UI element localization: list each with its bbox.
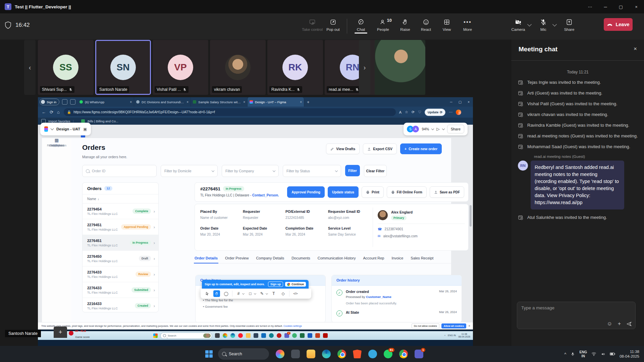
order-row[interactable]: 2279451 TL Flex Holdings LLC Approval Pe…	[83, 219, 158, 235]
participant-tile[interactable]: RN read.ai mee...	[325, 40, 380, 95]
view-button[interactable]: View	[436, 16, 457, 32]
shared-taskbar-app-icon[interactable]	[246, 333, 251, 338]
attach-plus-icon[interactable]: +	[618, 321, 621, 327]
contact-email[interactable]: alex@vstatefilings.com	[383, 234, 417, 238]
browser-close-icon[interactable]: ×	[468, 100, 470, 104]
taskbar-app-icon[interactable]	[368, 350, 377, 358]
settings-dots-icon[interactable]: ⋯	[449, 110, 452, 114]
browser-update-button[interactable]: Update ⟳	[425, 109, 445, 116]
shape-chevron-icon[interactable]	[254, 292, 256, 294]
pen-tool-icon[interactable]: ✎	[259, 290, 265, 297]
sidebar-item[interactable]: ↻ Refresh Token	[42, 138, 71, 147]
zoom-chevron-icon[interactable]	[431, 127, 434, 130]
workspaces-icon[interactable]	[62, 99, 67, 105]
shared-tray-chevron-icon[interactable]: ^	[444, 335, 445, 337]
filter-company-dropdown[interactable]: Filter by Company	[222, 165, 279, 177]
annotation-plus-icon[interactable]: +	[54, 326, 67, 338]
order-row[interactable]: 2216433 TL Flex Holdings LLC Created ›	[83, 298, 158, 312]
filter-apply-button[interactable]: Filter	[345, 165, 360, 176]
browser-tab[interactable]: (6) WhatsApp ×	[77, 97, 134, 107]
figma-file-name[interactable]: Design - UAT	[56, 127, 80, 131]
detail-tab[interactable]: Company Details	[256, 256, 284, 260]
close-cookie-icon[interactable]: ×	[468, 324, 470, 328]
people-button[interactable]: 10 People	[371, 16, 395, 32]
language-indicator[interactable]: ENGIN	[579, 350, 587, 358]
camera-options-chevron-icon[interactable]	[527, 22, 532, 26]
shared-taskbar-app-icon[interactable]	[308, 333, 312, 338]
shared-taskbar-app-icon[interactable]	[315, 333, 320, 338]
fill-online-form-button[interactable]: Fill Online Form	[387, 186, 427, 198]
detail-tab[interactable]: Documents	[291, 256, 310, 260]
taskbar-app-icon[interactable]	[322, 350, 331, 358]
participant-tile[interactable]: VP Vishal Patil ...	[153, 40, 208, 95]
shared-taskbar-app-icon[interactable]	[300, 333, 305, 338]
collections-icon[interactable]: ♡	[418, 110, 421, 114]
sort-arrow-icon[interactable]: ↓	[98, 197, 99, 201]
close-chat-icon[interactable]: ×	[634, 46, 637, 52]
contact-person-link[interactable]: Contact_Person.	[252, 193, 279, 197]
wifi-icon[interactable]	[591, 352, 596, 356]
close-button[interactable]: ×	[629, 0, 644, 13]
taskbar-app-icon[interactable]	[399, 350, 408, 358]
favorite-star-icon[interactable]: ☆	[405, 110, 408, 114]
share-button[interactable]: Share	[559, 16, 579, 32]
figma-signup-button[interactable]: Sign up	[268, 282, 283, 287]
deny-cookies-button[interactable]: Do not allow cookies	[412, 323, 439, 328]
shape-tool-icon[interactable]: ◯	[223, 290, 229, 297]
taskbar-app-icon[interactable]	[353, 350, 362, 358]
figma-share-button[interactable]: Share	[447, 125, 464, 133]
react-button[interactable]: React	[416, 16, 436, 32]
shared-taskbar-app-icon[interactable]	[261, 333, 266, 338]
mic-options-chevron-icon[interactable]	[552, 22, 557, 26]
browser-minimize-icon[interactable]: ─	[450, 100, 452, 104]
emoji-icon[interactable]: ☺	[607, 321, 612, 327]
shared-taskbar-app-icon[interactable]	[292, 333, 297, 338]
order-row[interactable]: 2276451 TL Flex Holdings LLC In Progress…	[83, 235, 158, 251]
shared-taskbar-app-icon[interactable]	[323, 333, 328, 338]
save-as-pdf-button[interactable]: Save as PDF	[430, 186, 464, 198]
hidden-icons-chevron-icon[interactable]: ^	[564, 352, 566, 357]
zoom-level[interactable]: 94%	[422, 127, 429, 131]
mic-button[interactable]: Mic	[534, 16, 553, 32]
detail-tab[interactable]: Account Rep	[363, 256, 384, 260]
allow-cookies-button[interactable]: Allow all cookies	[441, 323, 466, 328]
shared-taskbar-app-icon[interactable]	[269, 333, 274, 338]
battery-icon[interactable]	[610, 352, 615, 356]
order-row[interactable]: 2279454 TL Flex Holdings LLC Complete ›	[83, 203, 158, 219]
component-tool-icon[interactable]: ◇	[280, 290, 286, 297]
cookies-settings-link[interactable]: Cookies settings	[283, 324, 302, 327]
order-row[interactable]: 2276433 TL Flex Holdings LLC Review ›	[83, 266, 158, 282]
shared-taskbar-app-icon[interactable]	[238, 333, 243, 338]
update-status-button[interactable]: Update status	[328, 186, 359, 198]
participant-tile[interactable]: SS Shivani Sup...	[38, 40, 94, 95]
read-aloud-icon[interactable]: A	[399, 110, 401, 114]
create-new-order-button[interactable]: + Create new order	[400, 143, 442, 154]
taskbar-app-icon[interactable]: 1	[415, 350, 423, 358]
filter-clear-button[interactable]: Clear Filter	[364, 165, 387, 177]
figma-menu-chevron-icon[interactable]	[51, 127, 54, 130]
participant-tile[interactable]: RK Ravindra K...	[267, 40, 323, 95]
canvas-scrollbar[interactable]	[470, 205, 472, 227]
shared-taskbar-app-icon[interactable]	[277, 333, 281, 338]
customer-name-link[interactable]: Customer_Name	[366, 295, 391, 299]
raise-hand-button[interactable]: Raise	[395, 16, 416, 32]
new-tab-button[interactable]: +	[307, 100, 310, 105]
start-button[interactable]	[205, 350, 213, 358]
home-icon[interactable]: ⌂	[57, 110, 60, 115]
browser-restore-icon[interactable]: ▢	[459, 100, 462, 104]
pen-chevron-icon[interactable]	[266, 292, 268, 294]
filter-status-dropdown[interactable]: Filter by Status	[283, 165, 341, 177]
back-icon[interactable]: ←	[42, 110, 46, 115]
detail-tab[interactable]: Order Preview	[225, 256, 249, 260]
present-chevron-icon[interactable]	[442, 127, 444, 130]
close-tab-icon[interactable]: ×	[300, 100, 302, 104]
bookmark-link[interactable]: Bills | Billing and Co...	[88, 119, 118, 123]
print-button[interactable]: Print	[362, 186, 384, 198]
figma-pages-icon[interactable]: ▣	[83, 127, 87, 131]
taskbar-app-icon[interactable]	[337, 350, 346, 358]
scroll-tiles-right-button[interactable]: ›	[359, 40, 370, 95]
filter-domicile-dropdown[interactable]: Filter by Domicile	[161, 165, 218, 177]
browser-tab[interactable]: Design - UAT – Figma ×	[248, 97, 304, 107]
more-actions-button[interactable]: ••• More	[457, 16, 478, 32]
leave-button[interactable]: Leave	[604, 18, 633, 31]
